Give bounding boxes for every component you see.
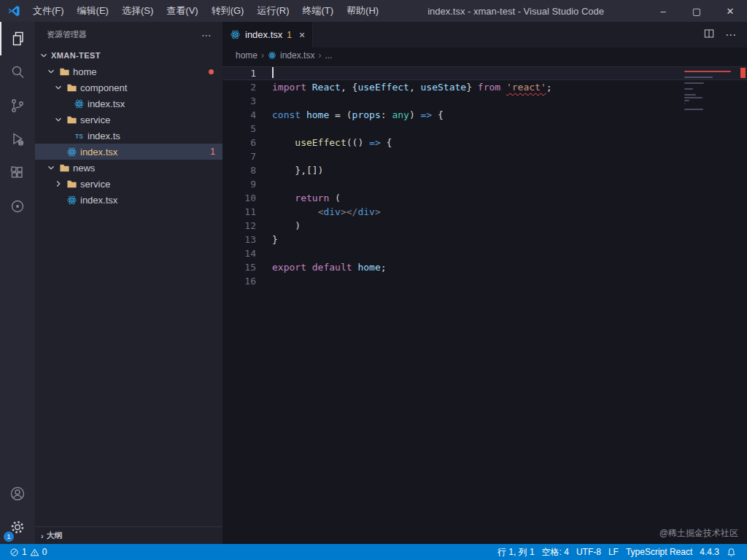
modified-dot-icon [209,69,214,74]
folder-icon [57,66,71,77]
line-content [256,246,272,260]
notifications-bell-icon[interactable] [723,544,740,560]
chevron-right-icon: › [318,50,321,61]
code-line[interactable]: 1 [222,66,747,80]
editor-more-actions-icon[interactable]: ⋯ [725,28,737,42]
source-control-icon[interactable] [0,89,35,122]
breadcrumb-item-home[interactable]: home [236,50,258,61]
status-bar: 1 0 行 1, 列 1 空格: 4 UTF-8 LF TypeScript R… [0,544,747,560]
maximize-button[interactable]: ▢ [680,0,713,22]
code-line[interactable]: 12 ) [222,219,747,233]
react-icon [64,195,79,206]
tree-item-home[interactable]: home [35,63,222,79]
menu-terminal[interactable]: 终端(T) [295,0,340,22]
problems-status[interactable]: 1 0 [6,544,50,560]
minimap[interactable] [684,68,737,114]
chevron-down-icon [45,163,57,173]
line-number: 4 [222,108,256,122]
close-button[interactable]: ✕ [713,0,747,22]
tree-item-index-tsx[interactable]: index.tsx [35,192,222,208]
code-line[interactable]: 9 [222,177,747,191]
breadcrumb-item-file[interactable]: index.tsx [280,50,314,61]
outline-label: 大纲 [47,530,63,541]
line-number: 13 [222,233,256,246]
line-content: export default home; [256,260,387,274]
activity-bar: 1 [0,22,35,544]
tree-item-index-tsx[interactable]: index.tsx [35,96,222,112]
vscode-logo-icon [0,4,26,18]
line-content [256,66,274,80]
watermark-text: @稀土掘金技术社区 [659,527,738,540]
language-status[interactable]: TypeScript React [622,544,696,560]
tree-item-index-tsx[interactable]: index.tsx1 [35,144,222,160]
sidebar-more-actions-icon[interactable]: ⋯ [201,29,212,41]
tree-item-service[interactable]: service [35,112,222,128]
line-content: return ( [256,191,341,205]
outline-section[interactable]: › 大纲 [35,526,222,544]
menu-go[interactable]: 转到(G) [205,0,251,22]
code-line[interactable]: 14 [222,246,747,260]
code-line[interactable]: 10 return ( [222,191,747,205]
line-content [256,274,272,288]
chevron-down-icon [53,82,64,93]
line-content: import React, {useEffect, useState} from… [256,80,552,94]
extension-view-icon[interactable] [0,190,35,223]
account-icon[interactable] [0,477,35,510]
vscode-window: 文件(F) 编辑(E) 选择(S) 查看(V) 转到(G) 运行(R) 终端(T… [0,0,747,560]
chevron-right-icon: › [261,50,264,61]
chevron-down-icon [45,66,57,77]
code-line[interactable]: 7 [222,149,747,163]
code-editor[interactable]: 12import React, {useEffect, useState} fr… [222,63,747,544]
tree-item-label: index.tsx [88,98,125,109]
menu-view[interactable]: 查看(V) [160,0,204,22]
tree-item-service[interactable]: service [35,176,222,192]
error-count: 1 [22,547,27,557]
svg-text:TS: TS [75,133,83,140]
tree-item-news[interactable]: news [35,160,222,176]
menu-file[interactable]: 文件(F) [26,0,71,22]
breadcrumb: home › index.tsx › ... [222,47,747,63]
code-line[interactable]: 11 <div></div> [222,205,747,219]
code-line[interactable]: 15export default home; [222,260,747,274]
code-line[interactable]: 4const home = (props: any) => { [222,108,747,122]
split-editor-icon[interactable] [703,28,715,42]
run-debug-icon[interactable] [0,122,35,156]
line-content: <div></div> [256,205,381,219]
code-line[interactable]: 8 },[]) [222,163,747,177]
tree-item-xman-test[interactable]: XMAN-TEST [35,47,222,63]
react-icon [268,51,276,60]
tree-item-component[interactable]: component [35,79,222,96]
menu-run[interactable]: 运行(R) [250,0,295,22]
encoding-status[interactable]: UTF-8 [573,544,605,560]
code-line[interactable]: 16 [222,274,747,288]
indentation-status[interactable]: 空格: 4 [538,544,573,560]
code-line[interactable]: 13} [222,233,747,246]
code-line[interactable]: 3 [222,94,747,108]
ts-icon: TS [71,131,86,141]
minimize-button[interactable]: – [646,0,680,22]
tab-problems-badge: 1 [287,30,292,40]
settings-gear-icon[interactable]: 1 [0,510,35,544]
eol-status[interactable]: LF [605,544,622,560]
cursor-position-status[interactable]: 行 1, 列 1 [494,544,538,560]
menu-edit[interactable]: 编辑(E) [71,0,115,22]
extensions-icon[interactable] [0,156,35,190]
code-line[interactable]: 2import React, {useEffect, useState} fro… [222,80,747,94]
explorer-icon[interactable] [0,22,35,55]
react-icon [230,29,241,40]
code-line[interactable]: 5 [222,122,747,136]
menu-selection[interactable]: 选择(S) [115,0,160,22]
code-line[interactable]: 6 useEffect(() => { [222,136,747,149]
tree-item-index-ts[interactable]: TSindex.ts [35,128,222,144]
menu-help[interactable]: 帮助(H) [340,0,385,22]
search-icon[interactable] [0,55,35,89]
folder-icon [64,179,79,190]
tree-item-label: XMAN-TEST [51,51,101,60]
line-content [256,94,272,108]
breadcrumb-item-symbol[interactable]: ... [325,50,332,61]
line-content [256,122,272,136]
tab-close-icon[interactable]: × [299,29,305,41]
ts-version-status[interactable]: 4.4.3 [696,544,723,560]
tab-index-tsx[interactable]: index.tsx 1 × [222,22,313,47]
line-number: 14 [222,246,256,260]
